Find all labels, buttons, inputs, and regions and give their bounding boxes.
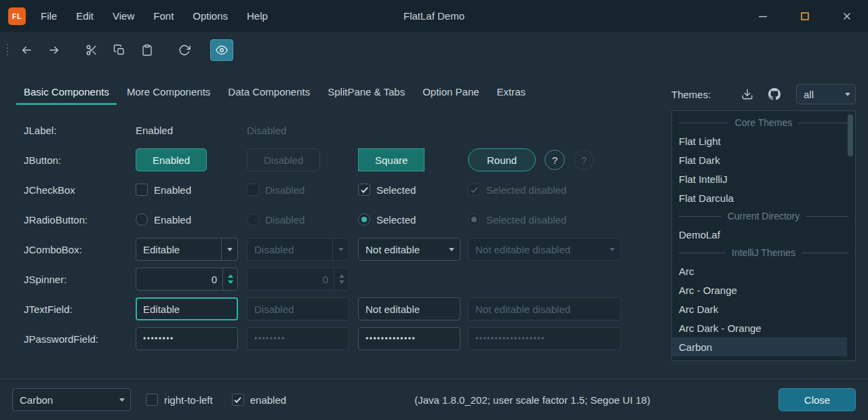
theme-item-demolaf[interactable]: DemoLaf: [672, 225, 855, 244]
forward-button[interactable]: [43, 39, 66, 61]
show-toggle-button[interactable]: [210, 39, 233, 61]
jtextfield-row: JTextField: Editable Disabled Not editab…: [24, 294, 661, 324]
themes-label: Themes:: [671, 89, 711, 100]
theme-item-flat-intellij[interactable]: Flat IntelliJ: [672, 169, 855, 188]
passwordfield-disabled: ••••••••: [247, 327, 349, 350]
paste-button[interactable]: [136, 39, 159, 61]
textfield-not-editable[interactable]: Not editable: [358, 297, 460, 320]
cut-button[interactable]: [80, 39, 103, 61]
window-controls: [742, 0, 868, 32]
spinner-down-icon[interactable]: [228, 280, 233, 284]
jbutton-enabled[interactable]: Enabled: [136, 148, 207, 171]
theme-item-arc-dark-orange[interactable]: Arc Dark - Orange: [672, 318, 855, 337]
scrollbar-thumb[interactable]: [848, 114, 853, 156]
radio-selected[interactable]: Selected: [358, 213, 416, 226]
menu-options[interactable]: Options: [183, 0, 237, 32]
jbutton-square[interactable]: Square: [358, 148, 425, 171]
theme-item-carbon-selected[interactable]: Carbon: [672, 337, 847, 356]
tab-data-components[interactable]: Data Components: [219, 78, 319, 105]
combobox-editable[interactable]: Editable: [136, 238, 238, 261]
checkbox-selected[interactable]: Selected: [358, 184, 416, 196]
combobox-not-editable[interactable]: Not editable: [358, 238, 460, 261]
checkbox-label: enabled: [250, 394, 286, 406]
download-icon: [741, 88, 753, 100]
tab-more-components[interactable]: More Components: [118, 78, 219, 105]
theme-item-flat-dark[interactable]: Flat Dark: [672, 150, 855, 169]
spinner-buttons[interactable]: [222, 268, 237, 290]
close-window-button[interactable]: [826, 0, 868, 32]
passwordfield-enabled[interactable]: ••••••••: [136, 327, 238, 350]
textfield-editable-focused[interactable]: Editable: [136, 297, 238, 320]
github-button[interactable]: [765, 85, 784, 104]
jpasswordfield-row: JPasswordField: •••••••• •••••••• ••••••…: [24, 324, 661, 354]
chevron-down-icon[interactable]: [114, 389, 130, 411]
spinner-value[interactable]: 0: [136, 274, 222, 285]
checkbox-checked-icon: [232, 394, 244, 406]
close-button[interactable]: Close: [778, 388, 856, 411]
spinner-value: 0: [248, 274, 334, 285]
row-label-jcombobox: JComboBox:: [24, 244, 136, 255]
download-themes-button[interactable]: [738, 85, 757, 104]
menu-file[interactable]: File: [31, 0, 66, 32]
radio-icon: [247, 213, 259, 226]
radio-label: Enabled: [154, 214, 191, 226]
forward-arrow-icon: [48, 44, 60, 56]
checkbox-enabled[interactable]: Enabled: [136, 184, 191, 196]
chevron-down-icon[interactable]: [840, 93, 855, 96]
toolbar-grip-handle[interactable]: [7, 44, 8, 56]
radio-selected-icon: [358, 213, 370, 226]
themes-filter-combo[interactable]: all: [796, 84, 856, 104]
textfield-not-editable-disabled: Not editable disabled: [468, 297, 621, 320]
maximize-button[interactable]: [784, 0, 826, 32]
maximize-icon: [800, 11, 810, 22]
theme-switcher-value: Carbon: [13, 394, 114, 406]
radio-disabled: Disabled: [247, 213, 304, 226]
passwordfield-not-editable[interactable]: •••••••••••••: [358, 327, 460, 350]
jbutton-round[interactable]: Round: [468, 148, 536, 171]
theme-item-arc[interactable]: Arc: [672, 261, 855, 280]
checkbox-checked-icon: [358, 184, 370, 196]
chevron-down-icon[interactable]: [443, 238, 460, 260]
checkbox-label: Enabled: [154, 184, 191, 196]
refresh-button[interactable]: [173, 39, 196, 61]
menu-edit[interactable]: Edit: [66, 0, 103, 32]
menu-help[interactable]: Help: [237, 0, 277, 32]
tabbar: Basic Components More Components Data Co…: [15, 78, 534, 105]
radio-enabled[interactable]: Enabled: [136, 213, 191, 226]
menubar: File Edit View Font Options Help: [31, 0, 277, 32]
row-label-jlabel: JLabel:: [24, 125, 136, 136]
menu-view[interactable]: View: [103, 0, 144, 32]
spinner-disabled: 0: [247, 268, 349, 291]
tab-basic-components[interactable]: Basic Components: [15, 78, 118, 105]
chevron-down-icon[interactable]: [221, 238, 237, 260]
close-icon: [842, 11, 852, 22]
right-to-left-checkbox[interactable]: right-to-left: [146, 394, 213, 406]
minimize-button[interactable]: [742, 0, 784, 32]
checkbox-checked-icon: [468, 184, 480, 196]
row-label-jbutton: JButton:: [24, 154, 136, 166]
spinner-enabled[interactable]: 0: [136, 268, 238, 291]
theme-item-arc-orange[interactable]: Arc - Orange: [672, 280, 855, 299]
back-arrow-icon: [20, 44, 33, 56]
checkbox-icon: [136, 184, 148, 196]
spinner-up-icon[interactable]: [228, 274, 233, 278]
jlabel-disabled: Disabled: [247, 125, 286, 136]
tab-option-pane[interactable]: Option Pane: [414, 78, 488, 105]
theme-item-flat-darcula[interactable]: Flat Darcula: [672, 188, 855, 207]
tab-splitpane-tabs[interactable]: SplitPane & Tabs: [319, 78, 414, 105]
help-button[interactable]: ?: [545, 150, 565, 170]
back-button[interactable]: [15, 39, 38, 61]
theme-item-flat-light[interactable]: Flat Light: [672, 131, 855, 150]
jcombobox-row: JComboBox: Editable Disabled Not editabl…: [24, 234, 661, 264]
copy-button[interactable]: [108, 39, 131, 61]
enabled-checkbox[interactable]: enabled: [232, 394, 286, 406]
theme-switcher-combo[interactable]: Carbon: [12, 388, 131, 411]
checkbox-selected-disabled: Selected disabled: [468, 184, 566, 196]
tab-extras[interactable]: Extras: [488, 78, 535, 105]
textfield-disabled: Disabled: [247, 297, 349, 320]
combobox-value: Not editable: [359, 244, 443, 255]
row-label-jcheckbox: JCheckBox: [24, 184, 136, 196]
menu-font[interactable]: Font: [144, 0, 183, 32]
theme-item-arc-dark[interactable]: Arc Dark: [672, 299, 855, 318]
github-icon: [768, 88, 781, 100]
